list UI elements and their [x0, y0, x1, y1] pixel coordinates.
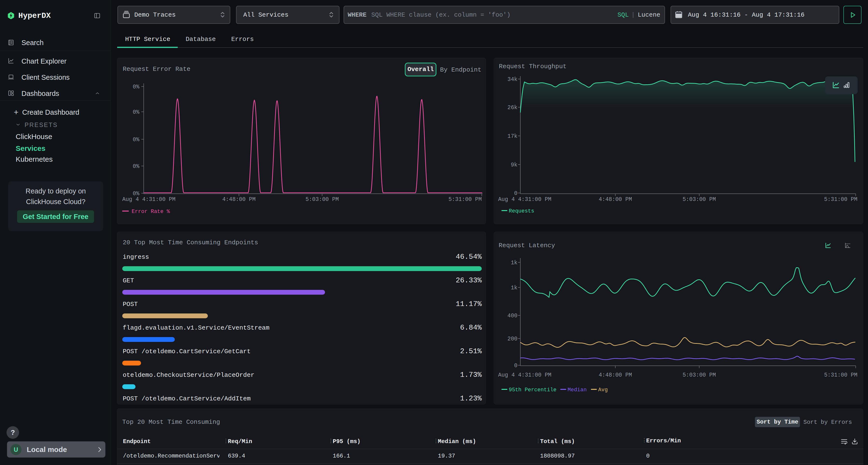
svg-text:0%: 0% — [133, 191, 140, 197]
svg-text:1k: 1k — [511, 260, 518, 266]
svg-text:Error Rate %: Error Rate % — [132, 209, 170, 215]
svg-text:0: 0 — [514, 363, 518, 369]
svg-text:4:48:00 PM: 4:48:00 PM — [222, 196, 255, 203]
svg-text:0%: 0% — [133, 109, 140, 115]
svg-text:200: 200 — [507, 336, 518, 342]
svg-text:Median: Median — [567, 387, 587, 393]
svg-text:5:03:00 PM: 5:03:00 PM — [683, 372, 716, 378]
svg-text:5:03:00 PM: 5:03:00 PM — [683, 196, 716, 203]
svg-text:5:31:00 PM: 5:31:00 PM — [824, 196, 858, 203]
svg-text:400: 400 — [507, 313, 518, 319]
svg-text:0: 0 — [514, 190, 518, 197]
svg-text:4:48:00 PM: 4:48:00 PM — [599, 196, 632, 203]
svg-text:5:31:00 PM: 5:31:00 PM — [448, 196, 482, 203]
svg-text:95th Percentile: 95th Percentile — [509, 387, 557, 393]
svg-text:Aug 4 4:31:00 PM: Aug 4 4:31:00 PM — [122, 196, 176, 203]
svg-text:Requests: Requests — [509, 208, 534, 214]
svg-text:17k: 17k — [507, 133, 518, 139]
svg-text:9k: 9k — [511, 162, 518, 168]
svg-text:26k: 26k — [507, 105, 518, 111]
svg-text:Aug 4 4:31:00 PM: Aug 4 4:31:00 PM — [498, 196, 551, 203]
svg-text:5:31:00 PM: 5:31:00 PM — [824, 372, 858, 378]
svg-text:Aug 4 4:31:00 PM: Aug 4 4:31:00 PM — [498, 372, 551, 378]
svg-text:0%: 0% — [133, 163, 140, 170]
svg-text:5:03:00 PM: 5:03:00 PM — [306, 196, 339, 203]
svg-text:1k: 1k — [511, 285, 518, 291]
svg-text:0%: 0% — [133, 137, 140, 143]
svg-text:4:48:00 PM: 4:48:00 PM — [599, 372, 632, 378]
svg-text:0%: 0% — [133, 84, 140, 90]
svg-text:Avg: Avg — [598, 387, 608, 393]
svg-text:34k: 34k — [507, 76, 518, 82]
